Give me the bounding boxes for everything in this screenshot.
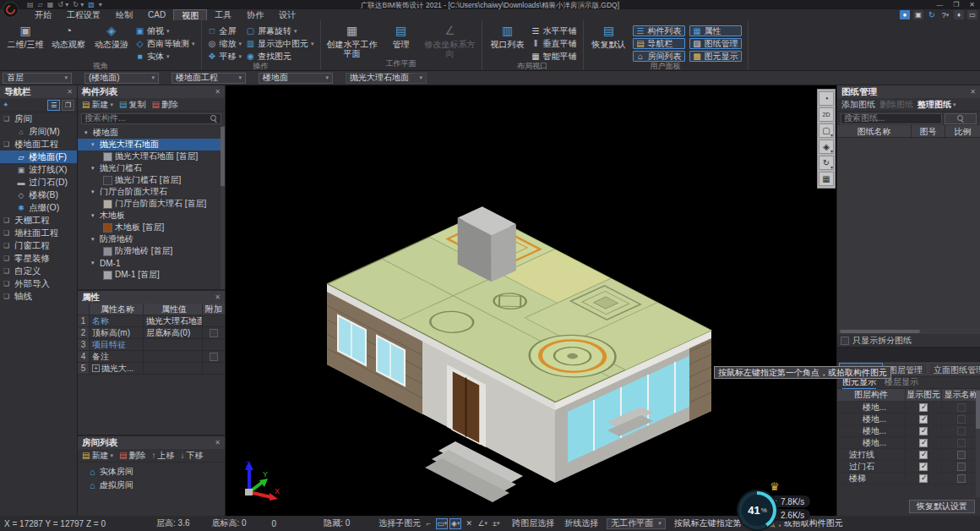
tree-node-item[interactable]: 防滑地砖 [首层] <box>78 245 225 257</box>
tree-node-item[interactable]: DM-1 [首层] <box>78 269 225 281</box>
project-dropdown[interactable]: 楼地面工程▾ <box>172 73 246 84</box>
show-element-checkbox[interactable] <box>919 439 928 447</box>
tree-node-group[interactable]: ▾抛光门槛石 <box>78 162 225 174</box>
tree-node-item[interactable]: 抛光门槛石 [首层] <box>78 174 225 186</box>
solid-select-icon[interactable]: ◈▾ <box>449 518 461 529</box>
tree-node-root[interactable]: ▾楼地面 <box>78 127 225 139</box>
show-name-checkbox[interactable] <box>957 474 966 483</box>
tree-node-item[interactable]: 门厅台阶面大理石 [首层] <box>78 198 225 210</box>
button-show-selected[interactable]: ▥显示选中图元▾ <box>246 38 314 49</box>
pin-icon[interactable]: ✦ <box>3 101 9 109</box>
angle-snap-icon[interactable]: ∠▾ <box>476 518 488 529</box>
show-name-checkbox[interactable] <box>957 415 966 424</box>
minimize-button[interactable]: — <box>936 1 943 8</box>
undo-icon[interactable]: ↺ ▾ <box>57 2 68 8</box>
property-row-name[interactable]: 1 名称 抛光大理石地面 <box>78 315 225 327</box>
solid-view-icon[interactable]: ◈▾ <box>819 140 834 154</box>
menu-project-settings[interactable]: 工程设置 <box>59 9 108 20</box>
button-restore-default[interactable]: ▤恢复默认 <box>590 23 629 49</box>
button-zoom[interactable]: ◎缩放▾ <box>208 38 242 49</box>
show-element-checkbox[interactable] <box>919 403 928 412</box>
move-down-button[interactable]: ↓下移 <box>180 450 203 462</box>
close-icon[interactable]: ✕ <box>970 88 976 96</box>
show-element-checkbox[interactable] <box>919 451 928 459</box>
panel-view-icon[interactable]: ❐ <box>62 100 74 111</box>
horizontal-scrollbar[interactable] <box>837 329 980 334</box>
tree-node-group[interactable]: ▾DM-1 <box>78 257 225 269</box>
button-solid-mode[interactable]: ■实体▾ <box>135 51 195 62</box>
layer-row[interactable]: 过门石 <box>837 461 980 473</box>
menu-draw[interactable]: 绘制 <box>108 9 140 20</box>
layer-row[interactable]: 楼梯 <box>837 473 980 484</box>
ortho-icon[interactable]: ⌐ <box>422 518 434 529</box>
show-element-checkbox[interactable] <box>919 427 928 435</box>
restore-default-settings-button[interactable]: 恢复默认设置 <box>909 500 975 513</box>
close-icon[interactable]: ✕ <box>215 88 220 96</box>
vertical-scrollbar[interactable] <box>976 389 980 497</box>
button-tile-horizontal[interactable]: ☰水平平铺 <box>531 25 577 36</box>
property-row-expandable[interactable]: 5 抛光大... <box>78 363 225 375</box>
layer-row[interactable]: 波打线 <box>837 449 980 461</box>
menu-collaborate[interactable]: 协作 <box>239 9 271 20</box>
tree-node-group[interactable]: ▾门厅台阶面大理石 <box>78 186 225 198</box>
help-icon[interactable]: ?▾ <box>940 10 950 19</box>
open-file-icon[interactable]: ▱ <box>38 2 43 8</box>
floor-dropdown[interactable]: 首层▾ <box>3 73 72 84</box>
attach-checkbox[interactable] <box>210 353 218 361</box>
viewport-settings-icon[interactable]: ▦ <box>819 172 834 186</box>
work-plane-dropdown[interactable]: 无工作平面▾ <box>607 518 666 529</box>
nav-group-floor[interactable]: ❏楼地面工程 <box>0 138 77 151</box>
component-search-input[interactable]: 搜索构件... <box>81 113 221 124</box>
property-row-remark[interactable]: 4 备注 <box>78 351 225 363</box>
type-dropdown[interactable]: 楼地面▾ <box>259 73 333 84</box>
button-create-workplane[interactable]: ▦创建水平工作平面 <box>327 23 378 58</box>
new-file-icon[interactable]: ▤ <box>27 2 34 8</box>
add-drawing-button[interactable]: 添加图纸 <box>841 99 875 111</box>
toggle-room-list[interactable]: ⌂房间列表 <box>633 51 685 62</box>
print-icon[interactable]: ▧ <box>88 2 95 8</box>
button-orbit[interactable]: ◔动态观察 <box>49 23 88 49</box>
toggle-component-list[interactable]: ☰构件列表 <box>633 25 685 36</box>
button-2d3d[interactable]: ▣二维/三维 <box>6 23 45 49</box>
show-name-checkbox[interactable] <box>957 463 966 471</box>
menu-start[interactable]: 开始 <box>27 9 59 20</box>
tree-node-item[interactable]: 木地板 [首层] <box>78 222 225 233</box>
viewport-3d[interactable]: ◔ 2D ▢▾ ◈▾ ↻▾ ▦ 按鼠标左键指定第一个角点，或拾取构件图元 Z Y <box>226 85 836 516</box>
button-find-element[interactable]: ◉查找图元 <box>246 51 314 62</box>
button-manage-workplane[interactable]: ▤管理 <box>382 23 421 49</box>
nav-group-axis[interactable]: ❏轴线 <box>0 290 77 303</box>
button-top-view[interactable]: ▣俯视▾ <box>135 25 195 36</box>
drawing-search-button[interactable] <box>945 113 977 124</box>
room-item-virtual[interactable]: ⌂虚拟房间 <box>78 479 225 492</box>
save-icon[interactable]: ▦ <box>47 2 54 8</box>
sync-icon[interactable]: ↻ <box>927 10 937 19</box>
nav-group-door-window[interactable]: ❏门窗工程 <box>0 239 77 252</box>
close-icon[interactable]: ✕ <box>215 293 220 301</box>
button-tile-vertical[interactable]: ‖垂直平铺 <box>531 38 577 49</box>
menu-tools[interactable]: 工具 <box>207 9 239 20</box>
restore-button[interactable]: ❐ <box>953 1 959 8</box>
layer-row[interactable]: 楼地... <box>837 425 980 437</box>
toggle-nav-bar[interactable]: ▤导航栏 <box>633 38 685 49</box>
drawing-table-body[interactable] <box>837 138 980 329</box>
app-badge-icon[interactable]: ▣ <box>913 10 923 19</box>
nav-item-stairs[interactable]: ◇楼梯(B) <box>0 189 77 201</box>
layer-row[interactable]: 楼地... <box>837 413 980 425</box>
menu-view[interactable]: 视图 <box>173 9 207 20</box>
organize-drawing-button[interactable]: 整理图纸▾ <box>917 99 956 111</box>
rotate-view-icon[interactable]: ↻▾ <box>819 156 834 170</box>
toggle-drawing-manager[interactable]: ▨图纸管理 <box>689 38 742 49</box>
show-name-checkbox[interactable] <box>957 451 966 459</box>
button-viewport-list[interactable]: ▥视口列表 <box>488 23 527 49</box>
only-split-checkbox[interactable] <box>841 337 849 345</box>
show-element-checkbox[interactable] <box>919 463 928 471</box>
orbit-tool-icon[interactable]: ◔ <box>819 91 834 106</box>
cpu-gauge[interactable]: 41% <box>738 491 776 529</box>
tree-node-group[interactable]: ▾木地板 <box>78 210 225 222</box>
nav-group-wall[interactable]: ❏墙柱面工程 <box>0 227 77 239</box>
room-item-solid[interactable]: ⌂实体房间 <box>78 465 225 479</box>
close-button[interactable]: ✕ <box>969 1 975 8</box>
tab-elevation-drawings[interactable]: 立面图纸管理 <box>928 363 980 375</box>
mode-2d3d-tool-icon[interactable]: 2D <box>819 107 834 122</box>
nav-item-floor[interactable]: ▱楼地面(F) <box>0 151 77 163</box>
